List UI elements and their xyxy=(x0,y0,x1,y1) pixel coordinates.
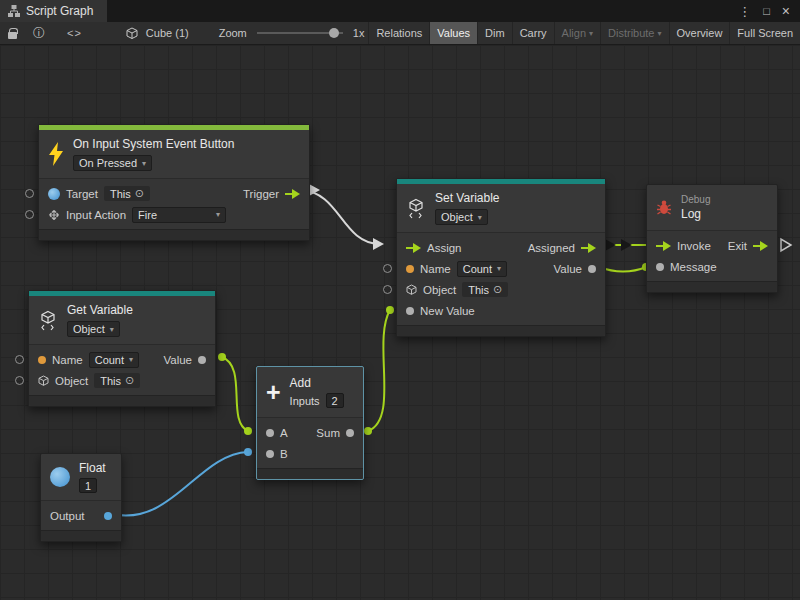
info-icon: ⓘ xyxy=(33,25,45,42)
node-title: Float xyxy=(79,461,106,475)
flow-output-port[interactable] xyxy=(753,241,768,251)
values-button[interactable]: Values xyxy=(429,22,477,44)
distribute-button[interactable]: Distribute▾ xyxy=(600,22,668,44)
window-tab-bar: Script Graph ⋮ □ × xyxy=(0,0,800,22)
flow-input-port[interactable] xyxy=(656,241,671,251)
exit-stub-arrow[interactable] xyxy=(781,239,791,251)
input-action-dropdown[interactable]: Fire ▾ xyxy=(132,207,226,223)
string-port[interactable] xyxy=(38,356,46,364)
wire-sum-newvalue[interactable] xyxy=(368,310,390,431)
maximize-icon[interactable]: □ xyxy=(763,6,770,17)
variable-kind-dropdown[interactable]: Object ▾ xyxy=(67,321,120,337)
inputs-label: Inputs xyxy=(290,395,320,407)
align-button[interactable]: Align▾ xyxy=(554,22,600,44)
node-on-input-system-event[interactable]: On Input System Event Button On Pressed … xyxy=(38,124,310,241)
player-input-icon xyxy=(48,188,60,200)
kebab-menu-icon[interactable]: ⋮ xyxy=(738,5,751,18)
node-add[interactable]: + Add Inputs 2 A Sum B xyxy=(256,366,364,480)
flow-input-port[interactable] xyxy=(406,243,421,253)
node-set-variable[interactable]: Set Variable Object ▾ Assign Assigned Na… xyxy=(396,178,606,337)
wire-getvalue-adda[interactable] xyxy=(222,357,248,431)
row-new-value: New Value xyxy=(397,300,605,321)
variable-icon xyxy=(406,198,426,219)
bug-icon xyxy=(656,199,672,216)
wire-float-addb[interactable] xyxy=(112,452,248,516)
node-title: On Input System Event Button xyxy=(73,137,234,151)
string-port[interactable] xyxy=(406,265,414,273)
fullscreen-button[interactable]: Full Screen xyxy=(729,22,800,44)
wire-value-message[interactable] xyxy=(600,267,646,272)
cube-icon xyxy=(406,284,417,296)
value-output-port[interactable] xyxy=(198,356,206,364)
port-label: Name xyxy=(52,354,83,366)
input-port[interactable] xyxy=(383,264,392,273)
input-port[interactable] xyxy=(15,355,24,364)
object-field[interactable]: This ⊙ xyxy=(462,282,508,297)
row-message: Message xyxy=(647,256,777,277)
input-port[interactable] xyxy=(383,285,392,294)
output-port[interactable] xyxy=(104,512,112,520)
variable-name-dropdown[interactable]: Count ▾ xyxy=(89,352,139,368)
sum-output-port[interactable] xyxy=(346,429,354,437)
dropdown-value: Object xyxy=(441,211,473,223)
row-input-action: Input Action Fire ▾ xyxy=(39,204,309,225)
variable-name-dropdown[interactable]: Count ▾ xyxy=(457,261,507,277)
wire-trigger-assign[interactable] xyxy=(301,190,379,244)
relations-button[interactable]: Relations xyxy=(368,22,429,44)
input-port[interactable] xyxy=(15,376,24,385)
port-label: B xyxy=(280,448,288,460)
dropdown-value: On Pressed xyxy=(79,157,137,169)
dim-button[interactable]: Dim xyxy=(477,22,512,44)
button-label: Align xyxy=(562,27,586,39)
object-picker-icon: ⊙ xyxy=(125,374,134,387)
row-name: Name Count ▾ Value xyxy=(397,258,605,279)
chevron-down-icon: ▾ xyxy=(658,29,662,38)
node-debug-log[interactable]: Debug Log Invoke Exit Message xyxy=(646,184,778,293)
row-output: Output xyxy=(41,505,121,526)
graph-canvas[interactable]: On Input System Event Button On Pressed … xyxy=(0,45,800,600)
row-name: Name Count ▾ Value xyxy=(29,349,215,370)
input-port[interactable] xyxy=(25,210,34,219)
inputs-count-field[interactable]: 2 xyxy=(326,393,344,408)
carry-button[interactable]: Carry xyxy=(512,22,554,44)
flow-output-port[interactable] xyxy=(285,189,300,199)
float-value-field[interactable]: 1 xyxy=(79,478,97,493)
flow-output-port[interactable] xyxy=(581,243,596,253)
node-footer xyxy=(41,530,121,541)
b-input-port[interactable] xyxy=(266,450,274,458)
node-get-variable[interactable]: Get Variable Object ▾ Name Count ▾ Value xyxy=(28,290,216,407)
code-view-button[interactable]: <> xyxy=(53,22,96,44)
zoom-slider[interactable] xyxy=(257,32,343,34)
row-assign: Assign Assigned xyxy=(397,237,605,258)
lock-icon xyxy=(8,32,17,39)
close-icon[interactable]: × xyxy=(782,4,790,18)
row-target: Target This ⊙ Trigger xyxy=(39,183,309,204)
overview-button[interactable]: Overview xyxy=(669,22,730,44)
node-footer xyxy=(257,468,363,479)
message-input-port[interactable] xyxy=(656,263,664,271)
lock-button[interactable] xyxy=(0,22,25,44)
a-input-port[interactable] xyxy=(266,429,274,437)
port-label: Exit xyxy=(728,240,747,252)
port-label: Name xyxy=(420,263,451,275)
tab-script-graph[interactable]: Script Graph xyxy=(0,0,107,22)
object-field[interactable]: This ⊙ xyxy=(94,373,140,388)
zoom-slider-handle[interactable] xyxy=(329,28,339,38)
input-port[interactable] xyxy=(25,189,34,198)
node-footer xyxy=(29,395,215,406)
node-title: Add xyxy=(290,376,311,390)
port-label: New Value xyxy=(420,305,475,317)
variable-icon xyxy=(38,310,58,331)
graph-owner[interactable] xyxy=(122,22,142,44)
graph-toolbar: ⓘ <> Cube (1) Zoom 1x Relations Values D… xyxy=(0,22,800,45)
wire-endpoint xyxy=(386,306,394,314)
node-float[interactable]: Float 1 Output xyxy=(40,453,122,542)
target-object-field[interactable]: This ⊙ xyxy=(104,186,150,201)
dropdown-value: Fire xyxy=(138,209,157,221)
value-output-port[interactable] xyxy=(588,265,596,273)
cube-icon xyxy=(126,27,138,40)
info-button[interactable]: ⓘ xyxy=(25,22,53,44)
event-mode-dropdown[interactable]: On Pressed ▾ xyxy=(73,155,152,171)
variable-kind-dropdown[interactable]: Object ▾ xyxy=(435,209,488,225)
new-value-input-port[interactable] xyxy=(406,307,414,315)
